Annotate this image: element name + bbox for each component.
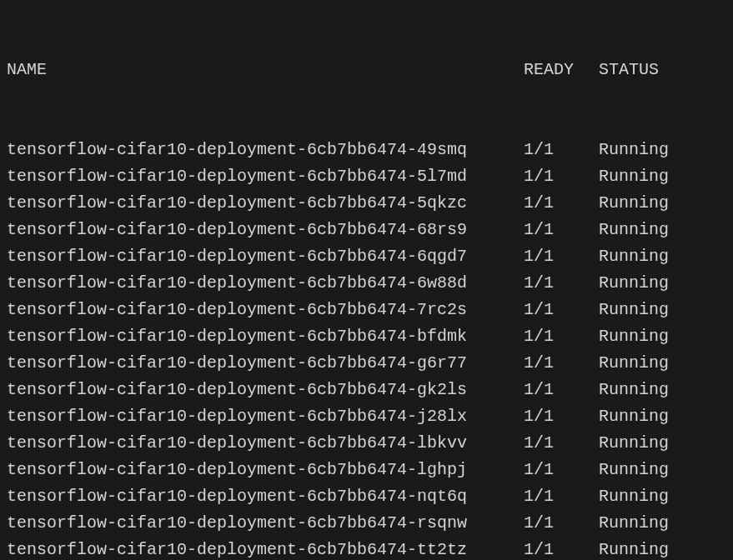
pod-ready: 1/1 [524,190,599,217]
pod-name: tensorflow-cifar10-deployment-6cb7bb6474… [7,483,524,510]
pod-name: tensorflow-cifar10-deployment-6cb7bb6474… [7,323,524,350]
header-ready: READY [524,57,599,83]
pod-ready: 1/1 [524,483,599,510]
pod-name: tensorflow-cifar10-deployment-6cb7bb6474… [7,457,524,483]
pod-ready: 1/1 [524,163,599,190]
pod-ready: 1/1 [524,457,599,483]
table-row: tensorflow-cifar10-deployment-6cb7bb6474… [7,537,726,560]
pod-status: Running [599,137,669,163]
pod-status: Running [599,483,669,510]
pod-ready: 1/1 [524,430,599,457]
terminal-output: NAME READY STATUS tensorflow-cifar10-dep… [7,3,726,560]
pod-status: Running [599,510,669,537]
pod-name: tensorflow-cifar10-deployment-6cb7bb6474… [7,137,524,163]
pod-status: Running [599,270,669,297]
pod-name: tensorflow-cifar10-deployment-6cb7bb6474… [7,297,524,323]
table-row: tensorflow-cifar10-deployment-6cb7bb6474… [7,243,726,270]
pod-ready: 1/1 [524,137,599,163]
table-row: tensorflow-cifar10-deployment-6cb7bb6474… [7,457,726,483]
table-row: tensorflow-cifar10-deployment-6cb7bb6474… [7,377,726,403]
table-row: tensorflow-cifar10-deployment-6cb7bb6474… [7,137,726,163]
pod-ready: 1/1 [524,297,599,323]
pod-status: Running [599,403,669,430]
pod-name: tensorflow-cifar10-deployment-6cb7bb6474… [7,270,524,297]
table-row: tensorflow-cifar10-deployment-6cb7bb6474… [7,323,726,350]
pod-name: tensorflow-cifar10-deployment-6cb7bb6474… [7,163,524,190]
pod-ready: 1/1 [524,243,599,270]
pod-ready: 1/1 [524,377,599,403]
pod-name: tensorflow-cifar10-deployment-6cb7bb6474… [7,430,524,457]
pod-status: Running [599,243,669,270]
header-status: STATUS [599,57,659,83]
pod-ready: 1/1 [524,510,599,537]
table-row: tensorflow-cifar10-deployment-6cb7bb6474… [7,483,726,510]
table-row: tensorflow-cifar10-deployment-6cb7bb6474… [7,350,726,377]
header-name: NAME [7,57,524,83]
table-row: tensorflow-cifar10-deployment-6cb7bb6474… [7,297,726,323]
pod-status: Running [599,350,669,377]
table-row: tensorflow-cifar10-deployment-6cb7bb6474… [7,510,726,537]
pod-status: Running [599,190,669,217]
table-row: tensorflow-cifar10-deployment-6cb7bb6474… [7,430,726,457]
table-row: tensorflow-cifar10-deployment-6cb7bb6474… [7,270,726,297]
pod-status: Running [599,537,669,560]
pod-status: Running [599,163,669,190]
pod-name: tensorflow-cifar10-deployment-6cb7bb6474… [7,350,524,377]
table-row: tensorflow-cifar10-deployment-6cb7bb6474… [7,217,726,243]
pod-ready: 1/1 [524,350,599,377]
pod-name: tensorflow-cifar10-deployment-6cb7bb6474… [7,510,524,537]
pod-ready: 1/1 [524,403,599,430]
pod-status: Running [599,297,669,323]
pod-name: tensorflow-cifar10-deployment-6cb7bb6474… [7,190,524,217]
pod-status: Running [599,323,669,350]
pod-name: tensorflow-cifar10-deployment-6cb7bb6474… [7,403,524,430]
pod-status: Running [599,217,669,243]
pod-ready: 1/1 [524,323,599,350]
pod-ready: 1/1 [524,217,599,243]
pod-name: tensorflow-cifar10-deployment-6cb7bb6474… [7,243,524,270]
pod-status: Running [599,430,669,457]
pod-name: tensorflow-cifar10-deployment-6cb7bb6474… [7,377,524,403]
pod-name: tensorflow-cifar10-deployment-6cb7bb6474… [7,217,524,243]
pod-ready: 1/1 [524,270,599,297]
pod-name: tensorflow-cifar10-deployment-6cb7bb6474… [7,537,524,560]
table-row: tensorflow-cifar10-deployment-6cb7bb6474… [7,403,726,430]
table-row: tensorflow-cifar10-deployment-6cb7bb6474… [7,163,726,190]
pod-status: Running [599,457,669,483]
table-header-row: NAME READY STATUS [7,57,726,83]
pod-status: Running [599,377,669,403]
pods-list: tensorflow-cifar10-deployment-6cb7bb6474… [7,137,726,560]
pod-ready: 1/1 [524,537,599,560]
table-row: tensorflow-cifar10-deployment-6cb7bb6474… [7,190,726,217]
